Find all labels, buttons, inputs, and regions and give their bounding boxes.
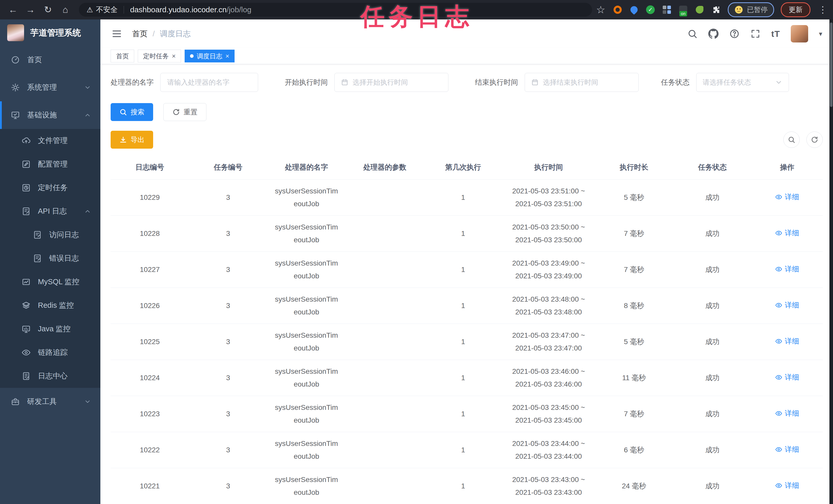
- sidebar-item-8[interactable]: 错误日志: [0, 247, 100, 270]
- cell-execute-index: 1: [424, 360, 502, 396]
- home-icon[interactable]: ⌂: [58, 2, 73, 17]
- caret-down-icon[interactable]: ▾: [819, 30, 822, 38]
- back-icon[interactable]: ←: [6, 2, 21, 17]
- sidebar-item-9[interactable]: MySQL 监控: [0, 270, 100, 294]
- cell-execute-index: 1: [424, 432, 502, 468]
- cell-status: 成功: [673, 396, 752, 432]
- show-search-button[interactable]: [783, 131, 800, 148]
- paused-badge[interactable]: 已暂停: [728, 2, 774, 17]
- cell-duration: 5 毫秒: [595, 180, 673, 216]
- sidebar-item-0[interactable]: 首页: [0, 46, 100, 74]
- refresh-table-button[interactable]: [806, 131, 823, 148]
- filter-form: 处理器的名字 开始执行时间 选择开始执行时间 结束执行时间: [111, 73, 823, 92]
- breadcrumb-home[interactable]: 首页: [132, 29, 147, 39]
- cell-status: 成功: [673, 468, 752, 504]
- detail-link[interactable]: 详细: [775, 479, 799, 492]
- cell-job-id: 3: [189, 324, 267, 360]
- leaf-extension-icon[interactable]: [694, 5, 705, 15]
- forward-icon[interactable]: →: [23, 2, 38, 17]
- security-indicator[interactable]: ⚠ 不安全: [87, 5, 118, 15]
- table-row: 10228 3 sysUserSessionTimeoutJob 1 2021-…: [111, 216, 823, 252]
- tab-0[interactable]: 首页: [111, 50, 134, 62]
- sidebar-item-10[interactable]: Redis 监控: [0, 294, 100, 317]
- detail-link[interactable]: 详细: [775, 299, 799, 311]
- avatar[interactable]: [791, 25, 808, 43]
- cell-job-id: 3: [189, 360, 267, 396]
- column-header: 日志编号: [111, 155, 189, 180]
- detail-link[interactable]: 详细: [775, 191, 799, 203]
- sidebar-item-5[interactable]: 定时任务: [0, 176, 100, 200]
- location-extension-icon[interactable]: [629, 5, 639, 15]
- detail-link[interactable]: 详细: [775, 407, 799, 420]
- scrollbar-thumb[interactable]: [830, 23, 832, 107]
- fullscreen-icon[interactable]: [750, 29, 761, 39]
- sidebar-item-12[interactable]: 链路追踪: [0, 341, 100, 364]
- handler-name-input[interactable]: [167, 78, 252, 87]
- page-scrollbar[interactable]: [829, 20, 833, 504]
- handler-name-input-wrap: [160, 73, 258, 92]
- close-icon[interactable]: ×: [225, 53, 229, 59]
- begin-time-picker[interactable]: 选择开始执行时间: [334, 73, 448, 92]
- table-row: 10227 3 sysUserSessionTimeoutJob 1 2021-…: [111, 252, 823, 288]
- cell-handler-name: sysUserSessionTimeoutJob: [267, 468, 346, 504]
- sidebar-item-11[interactable]: Java 监控: [0, 317, 100, 341]
- table-row: 10223 3 sysUserSessionTimeoutJob 1 2021-…: [111, 396, 823, 432]
- url-bar[interactable]: ⚠ 不安全 dashboard.yudao.iocoder.cn /job/lo…: [79, 3, 592, 17]
- update-button[interactable]: 更新: [781, 2, 810, 17]
- chart-monitor-icon: [22, 277, 31, 286]
- tab-1[interactable]: 定时任务 ×: [138, 50, 181, 62]
- url-path: /job/log: [227, 5, 252, 14]
- calendar-icon: [341, 79, 349, 86]
- search-button[interactable]: 搜索: [111, 103, 153, 121]
- detail-link[interactable]: 详细: [775, 371, 799, 383]
- tab-2[interactable]: 调度日志 ×: [185, 50, 235, 62]
- close-icon[interactable]: ×: [172, 53, 176, 59]
- sidebar-item-3[interactable]: 文件管理: [0, 129, 100, 152]
- star-icon[interactable]: ☆: [596, 5, 606, 15]
- table-row: 10226 3 sysUserSessionTimeoutJob 1 2021-…: [111, 288, 823, 324]
- cell-log-id: 10221: [111, 468, 189, 504]
- cell-actions: 详细: [752, 288, 823, 324]
- sidebar-item-label: Java 监控: [38, 324, 70, 334]
- proxy-extension-icon[interactable]: on: [678, 5, 688, 15]
- detail-link[interactable]: 详细: [775, 227, 799, 239]
- app-logo[interactable]: 芋道管理系统: [0, 20, 100, 46]
- browser-menu-icon[interactable]: ⋮: [818, 4, 827, 15]
- export-button[interactable]: 导出: [111, 131, 153, 149]
- hamburger-icon[interactable]: [111, 28, 122, 40]
- detail-link[interactable]: 详细: [775, 263, 799, 275]
- sidebar-item-4[interactable]: 配置管理: [0, 152, 100, 176]
- puzzle-extension-icon[interactable]: [711, 5, 721, 15]
- font-size-icon[interactable]: tT: [771, 29, 780, 39]
- cell-actions: 详细: [752, 252, 823, 288]
- github-icon[interactable]: [708, 29, 718, 39]
- reload-icon[interactable]: ↻: [41, 2, 55, 17]
- sidebar-item-14[interactable]: 研发工具: [0, 388, 100, 415]
- detail-link[interactable]: 详细: [775, 335, 799, 347]
- dashboard-icon: [11, 55, 20, 65]
- ring-extension-icon[interactable]: [613, 5, 623, 15]
- sidebar-item-7[interactable]: 访问日志: [0, 223, 100, 247]
- sidebar-item-6[interactable]: API 日志: [0, 200, 100, 223]
- cell-handler-name: sysUserSessionTimeoutJob: [267, 396, 346, 432]
- job-status-select[interactable]: 请选择任务状态: [696, 73, 789, 92]
- grid-extension-icon[interactable]: [662, 5, 672, 15]
- chevron-down-icon: [84, 84, 91, 91]
- sidebar-item-13[interactable]: 日志中心: [0, 364, 100, 388]
- check-extension-icon[interactable]: ✓: [645, 5, 656, 15]
- eye-icon: [22, 348, 31, 357]
- cell-log-id: 10225: [111, 324, 189, 360]
- table-row: 10225 3 sysUserSessionTimeoutJob 1 2021-…: [111, 324, 823, 360]
- sidebar-item-1[interactable]: 系统管理: [0, 74, 100, 101]
- cell-handler-param: [346, 216, 424, 252]
- sidebar-item-2[interactable]: 基础设施: [0, 101, 100, 129]
- cell-handler-name: sysUserSessionTimeoutJob: [267, 288, 346, 324]
- edit-square-icon: [22, 160, 31, 169]
- end-time-picker[interactable]: 选择结束执行时间: [525, 73, 639, 92]
- cell-log-id: 10227: [111, 252, 189, 288]
- sidebar-item-label: 文件管理: [38, 135, 68, 146]
- detail-link[interactable]: 详细: [775, 444, 799, 456]
- help-icon[interactable]: [729, 29, 740, 39]
- search-icon[interactable]: [687, 29, 697, 39]
- reset-button[interactable]: 重置: [163, 103, 207, 121]
